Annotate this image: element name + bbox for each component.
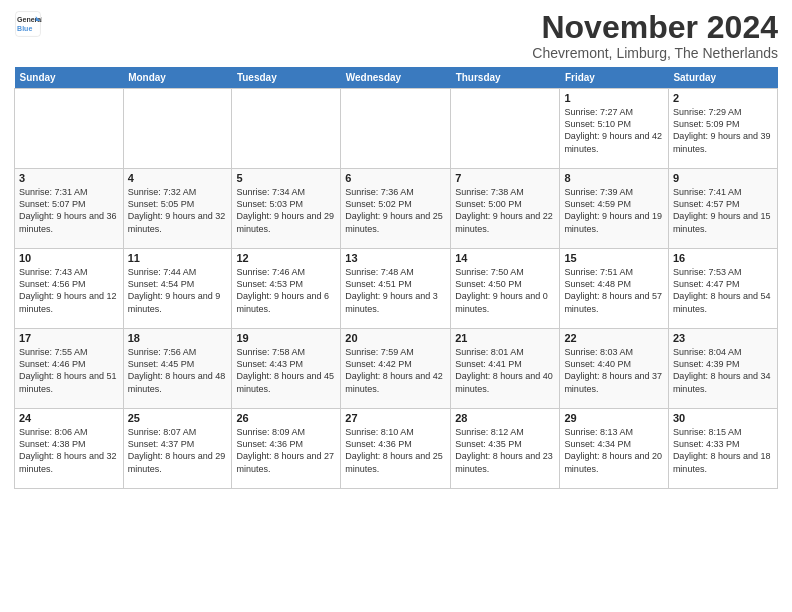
- col-thursday: Thursday: [451, 67, 560, 89]
- day-number: 10: [19, 252, 119, 264]
- day-info: Sunrise: 7:43 AM Sunset: 4:56 PM Dayligh…: [19, 266, 119, 315]
- day-number: 16: [673, 252, 773, 264]
- cell-3-4: 21Sunrise: 8:01 AM Sunset: 4:41 PM Dayli…: [451, 329, 560, 409]
- cell-0-4: [451, 89, 560, 169]
- day-info: Sunrise: 8:15 AM Sunset: 4:33 PM Dayligh…: [673, 426, 773, 475]
- cell-0-3: [341, 89, 451, 169]
- cell-2-3: 13Sunrise: 7:48 AM Sunset: 4:51 PM Dayli…: [341, 249, 451, 329]
- day-info: Sunrise: 8:12 AM Sunset: 4:35 PM Dayligh…: [455, 426, 555, 475]
- day-info: Sunrise: 7:59 AM Sunset: 4:42 PM Dayligh…: [345, 346, 446, 395]
- col-monday: Monday: [123, 67, 232, 89]
- logo: General Blue: [14, 10, 42, 38]
- day-info: Sunrise: 7:39 AM Sunset: 4:59 PM Dayligh…: [564, 186, 664, 235]
- cell-1-2: 5Sunrise: 7:34 AM Sunset: 5:03 PM Daylig…: [232, 169, 341, 249]
- week-row-4: 17Sunrise: 7:55 AM Sunset: 4:46 PM Dayli…: [15, 329, 778, 409]
- cell-1-1: 4Sunrise: 7:32 AM Sunset: 5:05 PM Daylig…: [123, 169, 232, 249]
- cell-0-0: [15, 89, 124, 169]
- day-number: 4: [128, 172, 228, 184]
- cell-3-2: 19Sunrise: 7:58 AM Sunset: 4:43 PM Dayli…: [232, 329, 341, 409]
- calendar-table: Sunday Monday Tuesday Wednesday Thursday…: [14, 67, 778, 489]
- page: General Blue November 2024 Chevremont, L…: [0, 0, 792, 495]
- day-number: 27: [345, 412, 446, 424]
- svg-text:Blue: Blue: [17, 25, 32, 32]
- day-info: Sunrise: 7:34 AM Sunset: 5:03 PM Dayligh…: [236, 186, 336, 235]
- day-number: 13: [345, 252, 446, 264]
- col-sunday: Sunday: [15, 67, 124, 89]
- title-block: November 2024 Chevremont, Limburg, The N…: [532, 10, 778, 61]
- col-tuesday: Tuesday: [232, 67, 341, 89]
- cell-4-5: 29Sunrise: 8:13 AM Sunset: 4:34 PM Dayli…: [560, 409, 669, 489]
- cell-4-0: 24Sunrise: 8:06 AM Sunset: 4:38 PM Dayli…: [15, 409, 124, 489]
- cell-0-1: [123, 89, 232, 169]
- cell-3-5: 22Sunrise: 8:03 AM Sunset: 4:40 PM Dayli…: [560, 329, 669, 409]
- day-number: 20: [345, 332, 446, 344]
- day-number: 25: [128, 412, 228, 424]
- cell-0-5: 1Sunrise: 7:27 AM Sunset: 5:10 PM Daylig…: [560, 89, 669, 169]
- day-number: 23: [673, 332, 773, 344]
- week-row-1: 1Sunrise: 7:27 AM Sunset: 5:10 PM Daylig…: [15, 89, 778, 169]
- cell-4-6: 30Sunrise: 8:15 AM Sunset: 4:33 PM Dayli…: [668, 409, 777, 489]
- cell-0-2: [232, 89, 341, 169]
- cell-2-2: 12Sunrise: 7:46 AM Sunset: 4:53 PM Dayli…: [232, 249, 341, 329]
- day-number: 17: [19, 332, 119, 344]
- day-number: 8: [564, 172, 664, 184]
- day-info: Sunrise: 7:53 AM Sunset: 4:47 PM Dayligh…: [673, 266, 773, 315]
- day-info: Sunrise: 7:44 AM Sunset: 4:54 PM Dayligh…: [128, 266, 228, 315]
- day-number: 30: [673, 412, 773, 424]
- day-info: Sunrise: 7:41 AM Sunset: 4:57 PM Dayligh…: [673, 186, 773, 235]
- day-number: 26: [236, 412, 336, 424]
- day-number: 12: [236, 252, 336, 264]
- cell-1-3: 6Sunrise: 7:36 AM Sunset: 5:02 PM Daylig…: [341, 169, 451, 249]
- day-info: Sunrise: 8:03 AM Sunset: 4:40 PM Dayligh…: [564, 346, 664, 395]
- col-friday: Friday: [560, 67, 669, 89]
- day-number: 9: [673, 172, 773, 184]
- day-info: Sunrise: 8:13 AM Sunset: 4:34 PM Dayligh…: [564, 426, 664, 475]
- cell-4-3: 27Sunrise: 8:10 AM Sunset: 4:36 PM Dayli…: [341, 409, 451, 489]
- day-number: 19: [236, 332, 336, 344]
- day-info: Sunrise: 7:46 AM Sunset: 4:53 PM Dayligh…: [236, 266, 336, 315]
- cell-2-4: 14Sunrise: 7:50 AM Sunset: 4:50 PM Dayli…: [451, 249, 560, 329]
- day-info: Sunrise: 7:31 AM Sunset: 5:07 PM Dayligh…: [19, 186, 119, 235]
- week-row-5: 24Sunrise: 8:06 AM Sunset: 4:38 PM Dayli…: [15, 409, 778, 489]
- day-number: 29: [564, 412, 664, 424]
- cell-3-3: 20Sunrise: 7:59 AM Sunset: 4:42 PM Dayli…: [341, 329, 451, 409]
- location-title: Chevremont, Limburg, The Netherlands: [532, 45, 778, 61]
- day-info: Sunrise: 7:48 AM Sunset: 4:51 PM Dayligh…: [345, 266, 446, 315]
- cell-3-1: 18Sunrise: 7:56 AM Sunset: 4:45 PM Dayli…: [123, 329, 232, 409]
- day-info: Sunrise: 7:58 AM Sunset: 4:43 PM Dayligh…: [236, 346, 336, 395]
- logo-icon: General Blue: [14, 10, 42, 38]
- cell-1-5: 8Sunrise: 7:39 AM Sunset: 4:59 PM Daylig…: [560, 169, 669, 249]
- day-info: Sunrise: 7:56 AM Sunset: 4:45 PM Dayligh…: [128, 346, 228, 395]
- day-number: 14: [455, 252, 555, 264]
- month-title: November 2024: [532, 10, 778, 45]
- cell-2-5: 15Sunrise: 7:51 AM Sunset: 4:48 PM Dayli…: [560, 249, 669, 329]
- day-info: Sunrise: 7:50 AM Sunset: 4:50 PM Dayligh…: [455, 266, 555, 315]
- col-wednesday: Wednesday: [341, 67, 451, 89]
- svg-rect-0: [16, 12, 41, 37]
- col-saturday: Saturday: [668, 67, 777, 89]
- day-number: 11: [128, 252, 228, 264]
- day-number: 1: [564, 92, 664, 104]
- cell-4-2: 26Sunrise: 8:09 AM Sunset: 4:36 PM Dayli…: [232, 409, 341, 489]
- day-info: Sunrise: 7:36 AM Sunset: 5:02 PM Dayligh…: [345, 186, 446, 235]
- cell-2-6: 16Sunrise: 7:53 AM Sunset: 4:47 PM Dayli…: [668, 249, 777, 329]
- day-info: Sunrise: 8:07 AM Sunset: 4:37 PM Dayligh…: [128, 426, 228, 475]
- day-info: Sunrise: 8:06 AM Sunset: 4:38 PM Dayligh…: [19, 426, 119, 475]
- cell-2-1: 11Sunrise: 7:44 AM Sunset: 4:54 PM Dayli…: [123, 249, 232, 329]
- header: General Blue November 2024 Chevremont, L…: [14, 10, 778, 61]
- day-number: 7: [455, 172, 555, 184]
- cell-1-6: 9Sunrise: 7:41 AM Sunset: 4:57 PM Daylig…: [668, 169, 777, 249]
- day-info: Sunrise: 7:27 AM Sunset: 5:10 PM Dayligh…: [564, 106, 664, 155]
- day-number: 22: [564, 332, 664, 344]
- day-number: 3: [19, 172, 119, 184]
- day-info: Sunrise: 8:04 AM Sunset: 4:39 PM Dayligh…: [673, 346, 773, 395]
- day-info: Sunrise: 7:38 AM Sunset: 5:00 PM Dayligh…: [455, 186, 555, 235]
- week-row-2: 3Sunrise: 7:31 AM Sunset: 5:07 PM Daylig…: [15, 169, 778, 249]
- day-info: Sunrise: 8:10 AM Sunset: 4:36 PM Dayligh…: [345, 426, 446, 475]
- cell-3-6: 23Sunrise: 8:04 AM Sunset: 4:39 PM Dayli…: [668, 329, 777, 409]
- day-number: 2: [673, 92, 773, 104]
- cell-3-0: 17Sunrise: 7:55 AM Sunset: 4:46 PM Dayli…: [15, 329, 124, 409]
- day-number: 24: [19, 412, 119, 424]
- day-info: Sunrise: 8:01 AM Sunset: 4:41 PM Dayligh…: [455, 346, 555, 395]
- day-number: 28: [455, 412, 555, 424]
